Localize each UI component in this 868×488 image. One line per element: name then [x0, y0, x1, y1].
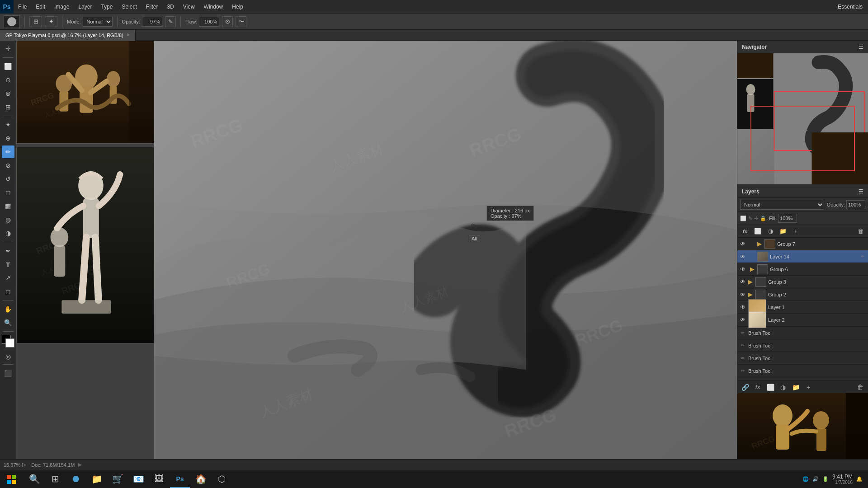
taskbar-photos[interactable]: 🖼 [149, 471, 169, 488]
eye-group2[interactable]: 👁 [739, 291, 746, 298]
quick-mask-btn[interactable]: ◎ [3, 351, 14, 362]
brush-btn[interactable]: ✏ [2, 145, 14, 158]
brush-settings-btn[interactable]: ⊞ [29, 16, 42, 27]
quick-select-btn[interactable]: ⊚ [2, 87, 14, 100]
opacity-input[interactable] [142, 17, 162, 27]
flow-input[interactable] [199, 17, 219, 27]
brush-preview[interactable] [4, 15, 20, 28]
crop-btn[interactable]: ⊞ [2, 101, 14, 113]
new-layer-btn[interactable]: + [791, 226, 801, 236]
clone-stamp-btn[interactable]: ⊘ [2, 159, 14, 172]
fill-layer-btn[interactable]: ◑ [778, 382, 788, 392]
menu-edit[interactable]: Edit [31, 0, 50, 14]
shape-btn[interactable]: ◻ [2, 285, 14, 298]
menu-layer[interactable]: Layer [74, 0, 96, 14]
smoothing-btn[interactable]: 〜 [236, 16, 246, 27]
adjustment-btn[interactable]: ◑ [765, 226, 775, 236]
taskbar-mail[interactable]: 📧 [128, 471, 148, 488]
mode-select[interactable]: Normal [83, 17, 113, 27]
move-tool-btn[interactable]: ✛ [2, 42, 14, 55]
layer-row-layer2[interactable]: 👁 Layer 2 [737, 314, 868, 326]
eye-layer2[interactable]: 👁 [739, 316, 746, 324]
status-icon: ▷ [22, 462, 26, 468]
zoom-btn[interactable]: 🔍 [2, 316, 14, 329]
lasso-btn[interactable]: ⊙ [2, 74, 14, 86]
add-mask-bottom-btn[interactable]: ⬜ [765, 382, 775, 392]
tab-close-btn[interactable]: ✕ [126, 33, 130, 38]
heal-btn[interactable]: ⊕ [2, 132, 14, 145]
fx-btn[interactable]: fx [740, 226, 750, 236]
layers-options-btn[interactable]: ☰ [859, 188, 863, 195]
eye-group6[interactable]: 👁 [739, 266, 746, 273]
lock-transparent-icon[interactable]: ⬜ [740, 216, 746, 221]
taskbar-task-view[interactable]: ⊞ [45, 471, 65, 488]
eye-layer14[interactable]: 👁 [739, 253, 746, 260]
new-group-btn[interactable]: 📁 [791, 382, 801, 392]
delete-layer-bottom-btn[interactable]: 🗑 [855, 382, 865, 392]
menu-help[interactable]: Help [227, 0, 248, 14]
brush-tool-2[interactable]: ✏ Brush Tool [737, 339, 868, 352]
lock-all-icon[interactable]: 🔒 [760, 216, 766, 221]
brush-tool-5[interactable]: ✏ Brush Tool [737, 377, 868, 380]
link-layers-btn[interactable]: 🔗 [740, 382, 750, 392]
main-layout: ✛ ⬜ ⊙ ⊚ ⊞ ✦ ⊕ ✏ ⊘ ↺ ◻ ▦ ◍ ◑ ✒ T ↗ ◻ ✋ 🔍 … [0, 41, 868, 474]
navigator-options-btn[interactable]: ☰ [859, 44, 863, 50]
delete-layer-btn[interactable]: 🗑 [855, 226, 865, 236]
eye-group3[interactable]: 👁 [739, 278, 746, 286]
menu-view[interactable]: View [179, 0, 199, 14]
eye-group7[interactable]: 👁 [739, 240, 746, 248]
rectangular-marquee-btn[interactable]: ⬜ [2, 60, 14, 73]
menu-3d[interactable]: 3D [162, 0, 178, 14]
lock-position-icon[interactable]: ✛ [754, 216, 758, 221]
taskbar-battery-icon: 🔋 [822, 476, 829, 482]
taskbar-app2[interactable]: 🏠 [191, 471, 211, 488]
layer-style-btn[interactable]: fx [753, 382, 763, 392]
menu-window[interactable]: Window [199, 0, 228, 14]
brush-tool-3[interactable]: ✏ Brush Tool [737, 352, 868, 365]
active-tab[interactable]: GP Tokyo Playmat 0.psd @ 16.7% (Layer 14… [0, 30, 136, 41]
layer-row-layer14[interactable]: 👁 Layer 14 ✏ [737, 250, 868, 263]
pen-btn[interactable]: ✒ [2, 244, 14, 257]
menu-image[interactable]: Image [50, 0, 74, 14]
taskbar-edge[interactable]: ⬣ [66, 471, 86, 488]
taskbar-app3[interactable]: ⬡ [212, 471, 231, 488]
history-brush-btn[interactable]: ↺ [2, 173, 14, 185]
hand-btn[interactable]: ✋ [2, 303, 14, 315]
layer-row-group6[interactable]: 👁 ▶ Group 6 [737, 263, 868, 276]
menu-filter[interactable]: Filter [142, 0, 163, 14]
taskbar-ps[interactable]: Ps [170, 471, 190, 488]
new-layer-bottom-btn[interactable]: + [803, 382, 813, 392]
text-btn[interactable]: T [2, 258, 14, 271]
screen-mode-btn[interactable]: ⬛ [2, 367, 14, 380]
brush-tool-1[interactable]: ✏ Brush Tool [737, 327, 868, 339]
taskbar-store[interactable]: 🛒 [108, 471, 127, 488]
taskbar-explorer[interactable]: 📁 [87, 471, 107, 488]
menu-select[interactable]: Select [117, 0, 141, 14]
gradient-btn[interactable]: ▦ [2, 200, 14, 212]
menu-file[interactable]: File [14, 0, 31, 14]
blur-btn[interactable]: ◍ [2, 213, 14, 226]
taskbar-notification-icon[interactable]: 🔔 [856, 476, 863, 482]
eraser-btn[interactable]: ◻ [2, 186, 14, 199]
menu-type[interactable]: Type [96, 0, 117, 14]
taskbar-search[interactable]: 🔍 [24, 471, 44, 488]
add-mask-btn[interactable]: ⬜ [753, 226, 763, 236]
fill-field[interactable] [778, 214, 797, 223]
brush-extra-btn[interactable]: ✦ [45, 16, 57, 27]
eye-layer1[interactable]: 👁 [739, 304, 746, 311]
layer-row-group7[interactable]: 👁 ▶ Group 7 [737, 238, 868, 250]
brush-tool-4[interactable]: ✏ Brush Tool [737, 365, 868, 377]
brush-tools-section: ✏ Brush Tool ✏ Brush Tool ✏ Brush Tool ✏… [737, 326, 868, 380]
blend-mode-select[interactable]: Normal [740, 200, 824, 210]
lock-image-icon[interactable]: ✎ [748, 216, 752, 221]
windows-start-btn[interactable] [0, 470, 23, 488]
dodge-btn[interactable]: ◑ [2, 227, 14, 239]
folder-btn[interactable]: 📁 [778, 226, 788, 236]
background-color[interactable] [5, 338, 14, 347]
flow-airbrush-btn[interactable]: ⊙ [222, 16, 233, 27]
opacity-pressure-btn[interactable]: ✎ [165, 16, 176, 27]
path-select-btn[interactable]: ↗ [2, 272, 14, 284]
eyedropper-btn[interactable]: ✦ [2, 118, 14, 131]
layer-row-group3[interactable]: 👁 ▶ Group 3 [737, 276, 868, 288]
opacity-field[interactable] [846, 200, 865, 209]
